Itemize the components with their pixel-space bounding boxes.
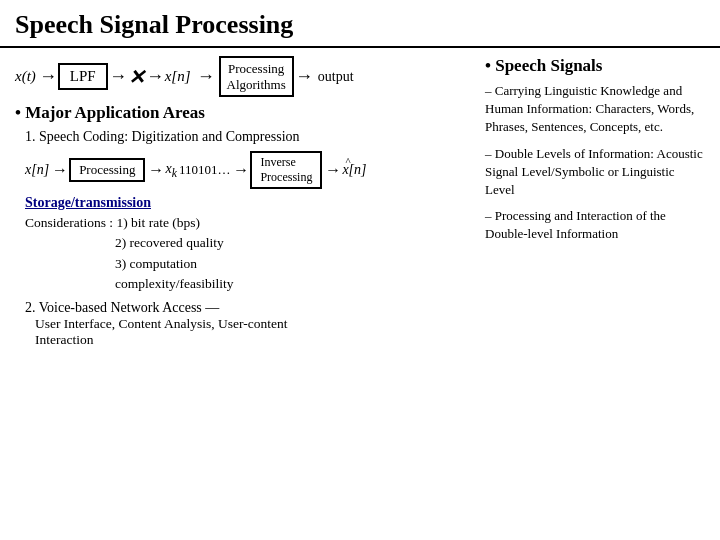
proc-inverse-box: Inverse Processing <box>250 151 322 189</box>
arrow2: → <box>109 66 127 87</box>
bullet-text-1: Double Levels of Information: Acoustic S… <box>485 146 703 197</box>
signal-diagram: x(t) → LPF → ✕ → x[n] → Processing Algor… <box>15 56 475 97</box>
item2-sub: User Interface, Content Analysis, User-c… <box>35 316 475 348</box>
proc-arrow2: → <box>147 161 163 179</box>
c1: 1) bit rate (bps) <box>117 215 201 230</box>
proc-arrow4: → <box>324 161 340 179</box>
speech-bullet-0: – Carrying Linguistic Knowledge and Huma… <box>485 82 705 137</box>
page-title: Speech Signal Processing <box>0 0 720 48</box>
arrow1: → <box>39 66 57 87</box>
xn-label: x[n] <box>165 68 191 85</box>
right-column: • Speech Signals – Carrying Linguistic K… <box>485 56 705 348</box>
x-symbol: ✕ <box>128 65 145 89</box>
proc-box2: Processing <box>69 158 145 182</box>
lpf-box: LPF <box>58 63 108 90</box>
dash-0: – <box>485 83 495 98</box>
c2: 2) recovered quality <box>115 235 224 250</box>
speech-bullet-2: – Processing and Interaction of the Doub… <box>485 207 705 243</box>
considerations: Considerations : 1) bit rate (bps) 2) re… <box>25 213 475 294</box>
output-label: output <box>318 69 354 85</box>
c3: 3) computation <box>115 256 197 271</box>
dash-2: – <box>485 208 495 223</box>
proc-bits: 110101… <box>179 162 231 178</box>
xt-label: x(t) <box>15 68 36 85</box>
arrow3: → <box>146 66 164 87</box>
storage-label: Storage/transmission <box>25 195 475 211</box>
proc-diagram: x[n] → Processing → xk 110101… → Inverse… <box>25 151 475 189</box>
proc-arrow3: → <box>232 161 248 179</box>
c4: complexity/feasibility <box>115 276 233 291</box>
considerations-label: Considerations : <box>25 215 113 230</box>
proc-box: Processing Algorithms <box>219 56 294 97</box>
proc-arrow1: → <box>51 161 67 179</box>
item2-text: Voice-based Network Access — <box>39 300 220 315</box>
proc-xk: xk <box>165 161 176 180</box>
proc-xn-hat: ^ x[n] <box>342 162 366 178</box>
dash-1: – <box>485 146 495 161</box>
item2-label: 2. <box>25 300 39 315</box>
bullet-text-2: Processing and Interaction of the Double… <box>485 208 666 241</box>
right-header: • Speech Signals <box>485 56 705 76</box>
item2: 2. Voice-based Network Access — <box>25 298 475 316</box>
left-column: x(t) → LPF → ✕ → x[n] → Processing Algor… <box>15 56 475 348</box>
item1-label: 1. <box>25 129 39 144</box>
proc-xn: x[n] <box>25 162 49 178</box>
bullet-major: • Major Application Areas <box>15 103 475 123</box>
item1: 1. Speech Coding: Digitization and Compr… <box>25 127 475 145</box>
bullet-text-0: Carrying Linguistic Knowledge and Human … <box>485 83 694 134</box>
arrow4: → <box>197 66 215 87</box>
speech-bullet-1: – Double Levels of Information: Acoustic… <box>485 145 705 200</box>
arrow5: → <box>295 66 313 87</box>
item1-text: Speech Coding: Digitization and Compress… <box>39 129 300 144</box>
